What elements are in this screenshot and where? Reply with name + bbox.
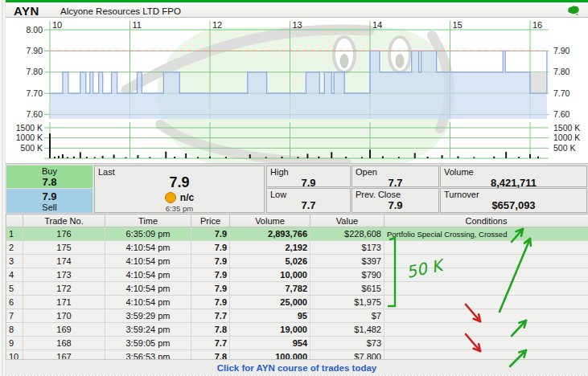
buy-price: 7.8 [6, 176, 93, 188]
trade-price: 7.9 [191, 282, 230, 296]
trade-value: $615 [310, 282, 384, 296]
volume-bar [94, 157, 96, 158]
volume-bar [58, 156, 60, 158]
table-row: 91683:59:05 pm7.7954$73 [6, 337, 588, 350]
prev-close-value: 7.9 [352, 199, 438, 211]
time-axis-label: 16 [532, 20, 542, 30]
volume-bar [442, 155, 443, 158]
volume-bar [518, 157, 520, 158]
prev-close-cell: Prev. Close 7.9 [352, 188, 439, 213]
row-number: 5 [6, 282, 23, 296]
volume-bar [331, 152, 332, 158]
trade-value: $228,608 [310, 227, 384, 241]
volume-cell: Volume 8,421,711 [440, 166, 587, 187]
open-label: Open [352, 166, 438, 177]
trade-volume: 25,000 [230, 296, 310, 309]
buy-quote-cell: Buy 7.8 [6, 166, 93, 188]
volume-bar [473, 157, 475, 158]
volume-bar [102, 156, 104, 158]
price-axis-label-right: 7.70 [553, 88, 570, 98]
volume-bar [529, 154, 531, 158]
volume-bar [282, 157, 283, 158]
trade-table-header-row: Trade No.TimePriceVolumeValueConditions [6, 215, 588, 227]
row-number: 8 [6, 323, 23, 337]
trade-price: 7.9 [191, 241, 230, 255]
trade-value: $1,482 [310, 323, 384, 337]
table-row: 81693:59:24 pm7.819,000$1,482 [6, 323, 588, 337]
volume-bar [398, 157, 400, 158]
volume-label: Volume [441, 166, 586, 177]
trade-price: 7.9 [191, 268, 230, 282]
volume-bar [427, 157, 429, 158]
change-value: n/c [180, 192, 194, 203]
volume-bar [54, 157, 56, 158]
buy-label: Buy [6, 166, 93, 176]
price-axis-label-right: 7.60 [553, 109, 570, 119]
row-number: 2 [6, 241, 23, 255]
last-price: 7.9 [95, 174, 264, 191]
quote-panel: Buy 7.8 7.9 Sell Last 7.9 n/c 6:35 pm Hi… [6, 163, 588, 214]
low-value: 7.7 [267, 199, 350, 211]
trade-volume: 19,000 [230, 323, 310, 337]
price-axis-label-left: 7.90 [27, 46, 43, 55]
time-axis-label: 11 [133, 20, 142, 30]
trade-volume: 2,893,766 [230, 227, 310, 241]
row-number: 1 [6, 227, 23, 241]
column-header-conditions: Conditions [384, 215, 588, 227]
trade-no: 176 [23, 227, 105, 241]
high-label: High [267, 166, 350, 177]
volume-axis-label-right: 1500 K [553, 123, 580, 133]
trade-price: 7.9 [191, 227, 230, 241]
trade-conditions [384, 323, 588, 337]
trade-conditions [384, 268, 588, 282]
trade-no: 174 [23, 255, 105, 268]
price-axis-label-left: 7.80 [27, 67, 43, 76]
no-change-dot-icon [165, 192, 176, 203]
volume-bar [493, 157, 495, 158]
price-axis-label-right: 7.90 [553, 46, 570, 55]
trade-no: 169 [23, 323, 105, 337]
sell-price: 7.9 [6, 189, 93, 202]
price-axis-label-left: 7.70 [27, 88, 43, 98]
trade-history-table: Trade No.TimePriceVolumeValueConditions … [6, 214, 588, 364]
trade-no: 172 [23, 282, 105, 296]
volume-axis-label-left: 500 K [21, 143, 43, 153]
volume-bar [345, 157, 347, 158]
intraday-price-volume-chart: 101112131415168.007.907.907.807.807.707.… [6, 18, 588, 163]
open-cell: Open 7.7 [352, 166, 439, 187]
volume-bar [113, 154, 115, 158]
title-bar: AYN Alcyone Resources LTD FPO [6, 2, 588, 18]
price-axis-label-left: 8.00 [27, 25, 43, 35]
volume-bar [297, 157, 298, 158]
column-header-price: Price [191, 215, 230, 227]
ticker-symbol: AYN [14, 4, 39, 18]
row-number: 4 [6, 268, 23, 282]
volume-bar [505, 152, 507, 158]
trade-price: 7.9 [191, 255, 230, 268]
volume-bar [149, 157, 150, 158]
row-number: 3 [6, 255, 23, 268]
trade-value: $1,975 [310, 296, 384, 309]
course-of-trades-link[interactable]: Click for AYN course of trades today [217, 363, 377, 373]
volume-axis-label-right: 1000 K [553, 133, 580, 142]
trade-price: 7.9 [191, 296, 230, 309]
table-row: 61714:10:54 pm7.925,000$1,975 [6, 296, 588, 309]
volume-value: 8,421,711 [441, 177, 586, 189]
column-header-time: Time [105, 215, 191, 227]
volume-bar [165, 152, 167, 158]
trade-value: $7 [310, 309, 384, 323]
trade-time: 4:10:54 pm [105, 268, 191, 282]
time-axis-label: 10 [52, 20, 62, 30]
trade-no: 171 [23, 296, 105, 309]
price-axis-label-left: 7.60 [27, 109, 43, 119]
trade-volume: 954 [230, 337, 310, 350]
sell-quote-cell: 7.9 Sell [6, 189, 93, 213]
low-cell: Low 7.7 [266, 188, 351, 213]
high-cell: High 7.9 [266, 166, 351, 187]
column-header-rownum [6, 215, 23, 227]
trade-time: 4:10:54 pm [105, 255, 191, 268]
trade-conditions [384, 309, 588, 323]
volume-bar [249, 154, 251, 158]
trade-value: $73 [310, 337, 384, 350]
trade-time: 4:10:54 pm [105, 296, 191, 309]
